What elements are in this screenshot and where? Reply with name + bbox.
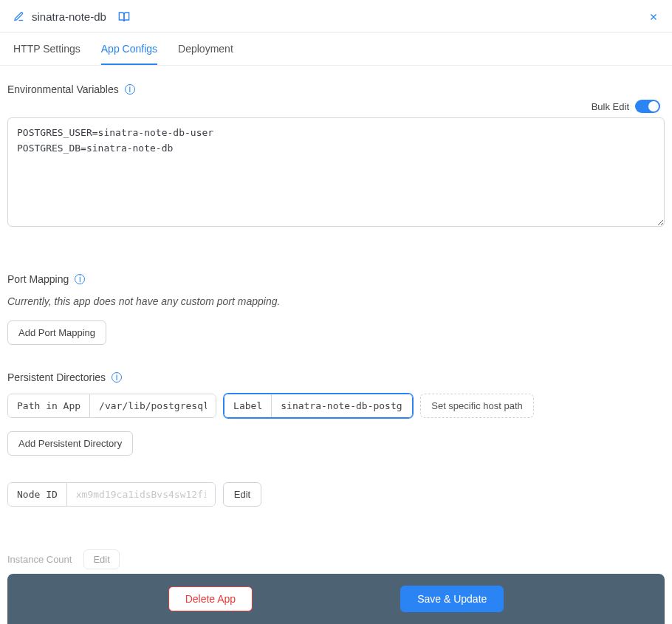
path-in-app-input[interactable] — [90, 394, 216, 417]
info-icon[interactable]: i — [75, 274, 85, 284]
node-id-input — [67, 483, 215, 506]
instance-count-edit-button[interactable]: Edit — [83, 549, 119, 569]
bulk-edit-label: Bulk Edit — [592, 101, 629, 112]
path-in-app-group: Path in App — [7, 394, 216, 418]
label-addon: Label — [224, 394, 272, 417]
env-vars-label: Environmental Variables i — [7, 83, 135, 95]
delete-app-button[interactable]: Delete App — [168, 586, 253, 611]
edit-icon[interactable] — [13, 11, 24, 22]
tab-app-configs[interactable]: App Configs — [101, 32, 157, 65]
footer-bar: Delete App Save & Update — [7, 574, 665, 624]
header: sinatra-note-db — [0, 0, 672, 32]
save-update-button[interactable]: Save & Update — [400, 586, 504, 612]
tab-deployment[interactable]: Deployment — [178, 32, 233, 65]
node-id-addon: Node ID — [8, 483, 67, 506]
close-icon[interactable] — [648, 12, 659, 22]
info-icon[interactable]: i — [112, 372, 122, 383]
instance-count-label: Instance Count — [7, 554, 72, 565]
node-id-group: Node ID — [7, 482, 216, 507]
book-icon[interactable] — [118, 11, 130, 23]
add-persistent-directory-button[interactable]: Add Persistent Directory — [7, 431, 133, 456]
instance-count-row: Instance Count Edit — [7, 549, 120, 569]
tabs: HTTP Settings App Configs Deployment — [0, 32, 672, 66]
env-vars-textarea[interactable] — [7, 117, 665, 227]
set-host-path-button[interactable]: Set specific host path — [420, 394, 534, 418]
path-addon: Path in App — [8, 394, 90, 417]
tab-http-settings[interactable]: HTTP Settings — [13, 32, 80, 65]
app-title: sinatra-note-db — [32, 10, 106, 23]
port-mapping-label: Port Mapping i — [7, 273, 85, 285]
label-input[interactable] — [272, 394, 412, 417]
add-port-mapping-button[interactable]: Add Port Mapping — [7, 320, 106, 345]
info-icon[interactable]: i — [125, 84, 135, 95]
node-id-edit-button[interactable]: Edit — [223, 482, 261, 507]
port-mapping-empty-note: Currently, this app does not have any cu… — [7, 295, 665, 307]
label-group: Label — [224, 394, 413, 418]
persistent-directories-label: Persistent Directories i — [7, 371, 122, 383]
bulk-edit-toggle[interactable] — [635, 100, 660, 113]
